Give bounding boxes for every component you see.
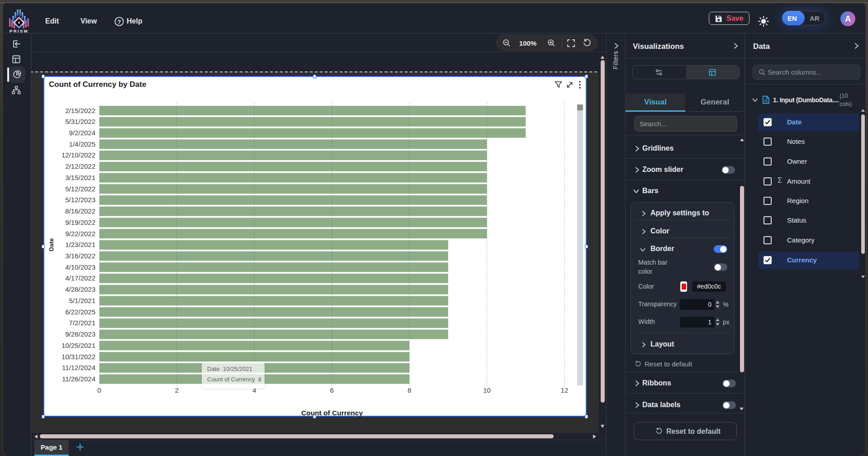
svg-text:4/28/2023: 4/28/2023 [65, 285, 95, 293]
svg-text:2: 2 [175, 386, 179, 394]
svg-text:3/15/2021: 3/15/2021 [65, 174, 95, 181]
svg-text:8: 8 [408, 386, 411, 394]
svg-text:2/15/2022: 2/15/2022 [65, 107, 95, 114]
svg-text:4/10/2023: 4/10/2023 [65, 263, 95, 271]
svg-text:9/2/2024: 9/2/2024 [69, 129, 95, 137]
svg-text:Date: Date [48, 238, 55, 252]
svg-text:9/19/2022: 9/19/2022 [65, 218, 95, 226]
svg-text:3/16/2022: 3/16/2022 [65, 252, 95, 260]
svg-text:6: 6 [330, 386, 334, 394]
svg-text:0: 0 [97, 386, 101, 394]
svg-text:?: ? [118, 19, 121, 25]
svg-text:7/2/2021: 7/2/2021 [69, 319, 95, 327]
svg-text:9/28/2023: 9/28/2023 [65, 330, 95, 338]
svg-text:Count of Currency: Count of Currency [301, 409, 363, 417]
svg-text:1/23/2021: 1/23/2021 [65, 241, 95, 248]
svg-text:5/1/2021: 5/1/2021 [69, 297, 95, 304]
svg-text:10: 10 [483, 386, 491, 394]
svg-text:12/10/2022: 12/10/2022 [62, 151, 95, 159]
svg-text:1/4/2025: 1/4/2025 [69, 140, 95, 148]
svg-text:11/26/2024: 11/26/2024 [62, 375, 95, 383]
svg-text:5/12/2022: 5/12/2022 [65, 185, 95, 193]
svg-text:4/17/2022: 4/17/2022 [65, 274, 95, 282]
svg-text:9/22/2022: 9/22/2022 [65, 230, 95, 238]
svg-text:10/25/2021: 10/25/2021 [62, 342, 95, 349]
svg-text:5/31/2022: 5/31/2022 [65, 118, 95, 125]
svg-text:2/12/2022: 2/12/2022 [65, 162, 95, 170]
svg-text:10/31/2022: 10/31/2022 [62, 353, 95, 361]
svg-text:12: 12 [561, 386, 569, 394]
svg-text:11/12/2024: 11/12/2024 [62, 364, 95, 371]
svg-text:5/12/2023: 5/12/2023 [65, 196, 95, 204]
svg-text:6/22/2025: 6/22/2025 [65, 308, 95, 316]
svg-text:8/16/2022: 8/16/2022 [65, 207, 95, 215]
